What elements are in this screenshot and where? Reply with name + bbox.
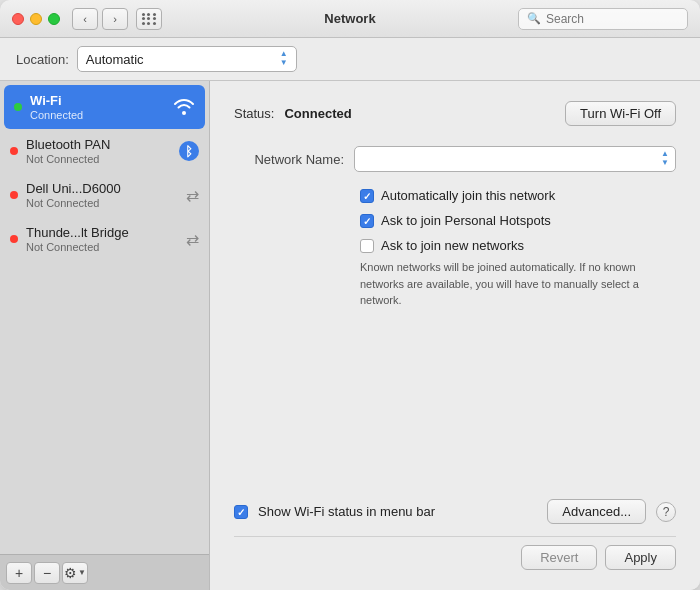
network-name-bluetooth: Bluetooth PAN [26,137,173,152]
status-dot-dell [10,191,18,199]
ask-hotspots-checkbox[interactable] [360,214,374,228]
sidebar-toolbar: + − ⚙ ▼ [0,554,209,590]
search-icon: 🔍 [527,12,541,25]
network-item-wifi[interactable]: Wi-Fi Connected [4,85,205,129]
network-info-wifi: Wi-Fi Connected [30,93,167,121]
location-value: Automatic [86,52,280,67]
titlebar: ‹ › Network 🔍 [0,0,700,38]
network-status-wifi: Connected [30,109,167,121]
network-name-label: Network Name: [234,152,344,167]
location-select[interactable]: Automatic ▲▼ [77,46,297,72]
network-status-dell: Not Connected [26,197,180,209]
auto-join-checkbox[interactable] [360,189,374,203]
network-item-thunderbolt[interactable]: Thunde...lt Bridge Not Connected ⇄ [0,217,209,261]
network-list: Wi-Fi Connected Blueto [0,81,209,554]
gear-arrow-icon: ▼ [78,568,86,577]
search-input[interactable] [546,12,679,26]
checkbox-row-0: Automatically join this network [360,188,676,203]
back-button[interactable]: ‹ [72,8,98,30]
auto-join-label: Automatically join this network [381,188,555,203]
apply-button[interactable]: Apply [605,545,676,570]
advanced-button[interactable]: Advanced... [547,499,646,524]
ask-hotspots-label: Ask to join Personal Hotspots [381,213,551,228]
add-network-button[interactable]: + [6,562,32,584]
network-status-thunderbolt: Not Connected [26,241,180,253]
note-text: Known networks will be joined automatica… [360,259,670,309]
turn-wifi-off-button[interactable]: Turn Wi-Fi Off [565,101,676,126]
network-item-bluetooth[interactable]: Bluetooth PAN Not Connected ᛒ [0,129,209,173]
show-wifi-row: Show Wi-Fi status in menu bar Advanced..… [234,499,676,524]
ask-new-networks-label: Ask to join new networks [381,238,524,253]
network-name-select[interactable]: ▲▼ [354,146,676,172]
network-name-dell: Dell Uni...D6000 [26,181,180,196]
window-title: Network [324,11,375,26]
gear-icon: ⚙ [64,565,77,581]
show-wifi-label: Show Wi-Fi status in menu bar [258,504,435,519]
apps-button[interactable] [136,8,162,30]
status-dot-bluetooth [10,147,18,155]
network-info-thunderbolt: Thunde...lt Bridge Not Connected [26,225,180,253]
ask-new-networks-checkbox[interactable] [360,239,374,253]
traffic-lights [12,13,60,25]
remove-network-button[interactable]: − [34,562,60,584]
action-buttons: Revert Apply [234,536,676,570]
body-area: Wi-Fi Connected Blueto [0,81,700,590]
nav-buttons: ‹ › [72,8,128,30]
checkboxes-section: Automatically join this network Ask to j… [360,188,676,253]
network-info-dell: Dell Uni...D6000 Not Connected [26,181,180,209]
sidebar: Wi-Fi Connected Blueto [0,81,210,590]
status-label: Status: [234,106,274,121]
network-name-thunderbolt: Thunde...lt Bridge [26,225,180,240]
wifi-icon [173,97,195,118]
network-info-bluetooth: Bluetooth PAN Not Connected [26,137,173,165]
location-label: Location: [16,52,69,67]
status-value: Connected [284,106,351,121]
status-row: Status: Connected Turn Wi-Fi Off [234,101,676,126]
forward-button[interactable]: › [102,8,128,30]
checkbox-row-2: Ask to join new networks [360,238,676,253]
ethernet-icon-thunderbolt: ⇄ [186,230,199,249]
network-name-row: Network Name: ▲▼ [234,146,676,172]
bottom-section: Show Wi-Fi status in menu bar Advanced..… [234,499,676,570]
network-item-dell[interactable]: Dell Uni...D6000 Not Connected ⇄ [0,173,209,217]
bluetooth-icon: ᛒ [179,141,199,161]
maximize-button[interactable] [48,13,60,25]
network-name-select-arrows-icon: ▲▼ [661,150,669,168]
help-button[interactable]: ? [656,502,676,522]
network-status-bluetooth: Not Connected [26,153,173,165]
minimize-button[interactable] [30,13,42,25]
status-dot-thunderbolt [10,235,18,243]
ethernet-icon-dell: ⇄ [186,186,199,205]
window: ‹ › Network 🔍 Location: Automatic ▲▼ [0,0,700,590]
network-name-wifi: Wi-Fi [30,93,167,108]
close-button[interactable] [12,13,24,25]
gear-button[interactable]: ⚙ ▼ [62,562,88,584]
checkbox-row-1: Ask to join Personal Hotspots [360,213,676,228]
search-bar[interactable]: 🔍 [518,8,688,30]
location-arrows-icon: ▲▼ [280,50,288,68]
revert-button[interactable]: Revert [521,545,597,570]
main-panel: Status: Connected Turn Wi-Fi Off Network… [210,81,700,590]
status-dot-wifi [14,103,22,111]
show-wifi-checkbox[interactable] [234,505,248,519]
location-area: Location: Automatic ▲▼ [0,38,700,81]
